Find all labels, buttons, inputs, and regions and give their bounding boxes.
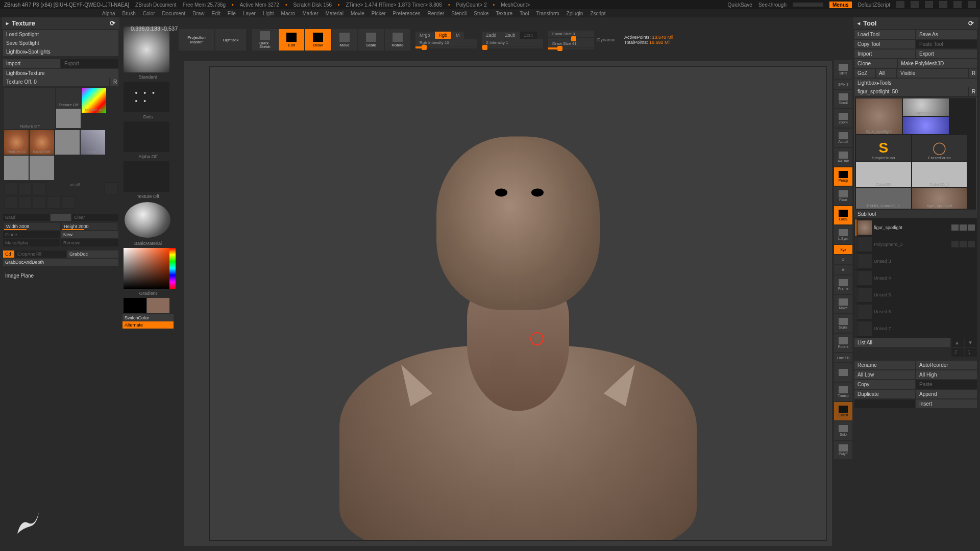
- clone-tool-button[interactable]: Clone: [854, 59, 897, 68]
- tool-thumb[interactable]: EraserBrush: [912, 135, 967, 161]
- collapse-icon[interactable]: ⟳: [110, 19, 115, 27]
- color-picker[interactable]: [124, 248, 169, 289]
- new-button[interactable]: New: [61, 231, 118, 238]
- texture-thumb[interactable]: Image: [4, 156, 29, 180]
- spix-field[interactable]: SPix 3: [834, 80, 852, 89]
- lightbox-tools-button[interactable]: Lightbox▸Tools: [854, 79, 977, 87]
- paste-tool-button[interactable]: Paste Tool: [916, 40, 977, 48]
- see-through-slider[interactable]: [793, 3, 823, 7]
- ghost-button[interactable]: Ghost: [834, 402, 852, 420]
- subtool-row[interactable]: Unsed 4: [855, 270, 976, 286]
- z-intensity-slider[interactable]: Z Intensity 1: [482, 39, 543, 46]
- draw-button[interactable]: Draw: [305, 29, 331, 51]
- zoom-button[interactable]: Zoom: [834, 109, 852, 128]
- texture-thumb[interactable]: Image: [55, 130, 80, 155]
- texture-thumb[interactable]: Image: [30, 156, 54, 180]
- secondary-color[interactable]: [124, 298, 146, 313]
- actual-button[interactable]: Actual: [834, 129, 852, 147]
- zadd-button[interactable]: Zadd: [482, 32, 501, 39]
- list-all-button[interactable]: List All: [854, 338, 950, 347]
- menu-item[interactable]: Layer: [243, 11, 256, 16]
- menu-item[interactable]: Picker: [372, 11, 386, 16]
- quicksave-button[interactable]: QuickSave: [728, 2, 752, 8]
- mrgb-button[interactable]: Mrgb: [415, 32, 434, 39]
- stroke-thumbnail[interactable]: [124, 82, 169, 112]
- texture-thumb[interactable]: Image: [81, 130, 105, 155]
- menu-item[interactable]: Document: [162, 11, 186, 16]
- menu-item[interactable]: Preferences: [393, 11, 421, 16]
- tool-thumb[interactable]: Cube3D_1: [912, 162, 967, 187]
- see-through-label[interactable]: See-through: [758, 2, 787, 8]
- z-button[interactable]: ⊕: [834, 265, 852, 274]
- copy-tool-button[interactable]: Copy Tool: [854, 40, 915, 48]
- invert-icon[interactable]: [104, 182, 117, 194]
- quick-sketch-button[interactable]: Quick Sketch: [252, 29, 278, 51]
- up-arrow-button[interactable]: ▲: [951, 338, 964, 347]
- lsym-button[interactable]: L.Sym: [834, 226, 852, 244]
- xyz-button[interactable]: Xyz: [834, 245, 852, 254]
- texture-thumb[interactable]: Rhino0009_L: [56, 109, 81, 128]
- texture-thumbnail[interactable]: [124, 161, 169, 192]
- tool-thumb[interactable]: AlphaBrush: [903, 98, 949, 116]
- load-tool-button[interactable]: Load Tool: [854, 30, 915, 39]
- texture-thumb-large[interactable]: Texture Off: [4, 88, 55, 129]
- tool-thumb[interactable]: [903, 117, 949, 134]
- scale-button[interactable]: Scale: [358, 29, 384, 51]
- viewport[interactable]: [209, 66, 827, 541]
- make-polymesh-button[interactable]: Make PolyMesh3D: [898, 59, 977, 68]
- rotate-button[interactable]: Rotate: [385, 29, 410, 51]
- sec-swatch[interactable]: [51, 214, 71, 221]
- menu-item[interactable]: Edit: [212, 11, 220, 16]
- menu-item[interactable]: Stroke: [474, 11, 488, 16]
- down-arrow-button[interactable]: ▼: [965, 338, 977, 347]
- local-button[interactable]: Local: [834, 206, 852, 224]
- save-as-button[interactable]: Save As: [916, 30, 977, 39]
- tool-thumb[interactable]: Cube3D: [856, 162, 911, 187]
- lightbox-texture-button[interactable]: Lightbox▸Texture: [3, 69, 118, 78]
- flip-h-icon[interactable]: [4, 182, 17, 194]
- texture-thumb[interactable]: BrushTxtr: [30, 130, 54, 155]
- image-plane-label[interactable]: Image Plane: [3, 271, 118, 281]
- texture-thumb[interactable]: Texture Off: [56, 88, 81, 108]
- gradient-label[interactable]: Gradient: [122, 290, 174, 297]
- edit-button[interactable]: Edit: [279, 29, 304, 51]
- grad-button[interactable]: Grad: [3, 214, 50, 221]
- clear-button[interactable]: Clear: [72, 214, 118, 221]
- duplicate-button[interactable]: Duplicate: [854, 390, 915, 398]
- subtool-row[interactable]: Unsed 5: [855, 287, 976, 303]
- tool-icon[interactable]: [61, 196, 75, 209]
- move-up-button[interactable]: ⤴: [951, 348, 964, 357]
- maximize-icon[interactable]: [953, 1, 962, 8]
- solo-button[interactable]: Solo: [834, 421, 852, 440]
- persp-button[interactable]: Persp: [834, 167, 852, 186]
- r-button[interactable]: R: [110, 78, 118, 86]
- insert-button[interactable]: Insert: [916, 399, 977, 408]
- menu-item[interactable]: Macro: [281, 11, 296, 16]
- menu-item[interactable]: Alpha: [102, 11, 115, 16]
- nav-move-button[interactable]: Move: [834, 295, 852, 313]
- floor-button[interactable]: Floor: [834, 187, 852, 205]
- import-tool-button[interactable]: Import: [854, 49, 915, 58]
- subtool-row[interactable]: Unsed 6: [855, 304, 976, 320]
- scroll-button[interactable]: Scroll: [834, 90, 852, 108]
- subtool-row[interactable]: PolySphere_3: [855, 236, 976, 253]
- dynamic-label[interactable]: Dynamic: [597, 37, 615, 42]
- vis-icon[interactable]: [951, 224, 959, 231]
- zsub-button[interactable]: Zsub: [501, 32, 520, 39]
- zcut-button[interactable]: Zcut: [520, 32, 537, 39]
- subtool-header[interactable]: SubTool: [854, 210, 977, 218]
- primary-color[interactable]: [147, 298, 169, 313]
- default-zscript[interactable]: DefaultZScript: [858, 2, 890, 8]
- tool-thumb[interactable]: SimpleBrush: [856, 135, 911, 161]
- draw-size-bar[interactable]: [548, 47, 594, 49]
- frame-button[interactable]: Frame: [834, 276, 852, 294]
- save-spotlight-button[interactable]: Save Spotlight: [3, 39, 118, 47]
- menu-item[interactable]: Zplugin: [567, 11, 583, 16]
- move-down-button[interactable]: ⤵: [965, 348, 977, 357]
- texture-panel-header[interactable]: ▸ Texture ⟳: [2, 17, 119, 29]
- material-thumbnail[interactable]: [125, 202, 170, 238]
- lightbox-button[interactable]: LightBox: [215, 29, 246, 51]
- remove-button[interactable]: Remove: [61, 239, 118, 246]
- menu-item[interactable]: Movie: [351, 11, 364, 16]
- grabdoc-button[interactable]: GrabDoc: [67, 251, 118, 258]
